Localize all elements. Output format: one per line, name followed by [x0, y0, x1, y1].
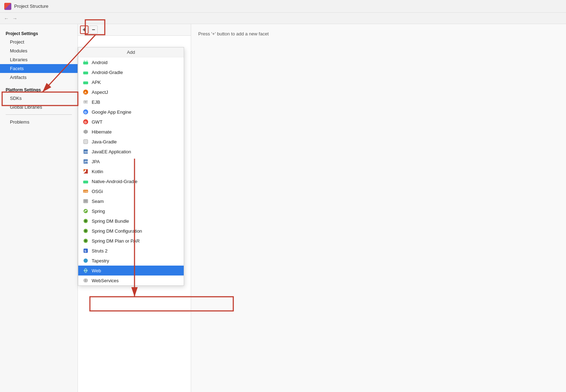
dropdown-item-spring-dm-bundle-label: Spring DM Bundle — [92, 218, 129, 224]
window-title: Project Structure — [14, 4, 48, 9]
dropdown-item-aspectj[interactable]: A AspectJ — [78, 87, 184, 97]
dropdown-item-gwt[interactable]: G GWT — [78, 117, 184, 127]
dropdown-item-hibernate-label: Hibernate — [92, 129, 112, 135]
svg-rect-0 — [83, 62, 88, 64]
dropdown-item-javaee[interactable]: JEE JavaEE Application — [78, 147, 184, 157]
dropdown-item-jpa-label: JPA — [92, 159, 100, 164]
javaee-icon: JEE — [82, 148, 89, 155]
add-facet-dropdown: Add Android Android-Gradle — [78, 47, 184, 286]
dropdown-item-seam-label: Seam — [92, 199, 104, 204]
sidebar-item-global-libraries[interactable]: Global Libraries — [0, 103, 78, 112]
project-settings-label: Project Settings — [0, 28, 78, 38]
dropdown-item-spring-dm-bundle[interactable]: Spring DM Bundle — [78, 216, 184, 226]
svg-point-29 — [84, 209, 88, 213]
svg-point-1 — [84, 61, 85, 62]
dropdown-item-hibernate[interactable]: Hibernate — [78, 127, 184, 137]
dropdown-item-native-android[interactable]: Native-Android-Gradle — [78, 176, 184, 186]
app-icon — [4, 3, 11, 10]
svg-text:JEE: JEE — [84, 151, 88, 153]
dropdown-item-osgi-label: OSGi — [92, 189, 103, 194]
dropdown-item-struts2[interactable]: S Struts 2 — [78, 246, 184, 256]
dropdown-item-spring-dm-plan[interactable]: Spring DM Plan or PAR — [78, 236, 184, 246]
dropdown-item-aspectj-label: AspectJ — [92, 90, 108, 95]
svg-point-31 — [85, 220, 87, 222]
dropdown-item-apk[interactable]: APK — [78, 77, 184, 87]
dropdown-item-struts2-label: Struts 2 — [92, 248, 108, 254]
spring-icon — [82, 208, 89, 214]
dropdown-item-java-gradle[interactable]: Java-Gradle — [78, 137, 184, 147]
dropdown-item-android[interactable]: Android — [78, 57, 184, 67]
facets-toolbar: + − — [78, 24, 191, 36]
apk-icon — [82, 79, 89, 85]
native-android-icon — [82, 178, 89, 184]
aspectj-icon: A — [82, 89, 89, 95]
svg-rect-16 — [84, 140, 88, 144]
dropdown-item-spring[interactable]: Spring — [78, 206, 184, 216]
remove-facet-button[interactable]: − — [89, 25, 98, 34]
dropdown-item-ejb[interactable]: EJB EJB — [78, 97, 184, 107]
dropdown-item-tapestry[interactable]: Tapestry — [78, 256, 184, 266]
sidebar-item-modules[interactable]: Modules — [0, 46, 78, 55]
gae-icon: G — [82, 109, 89, 115]
svg-text:EJB: EJB — [84, 101, 88, 103]
sidebar-item-project[interactable]: Project — [0, 38, 78, 46]
sidebar-item-problems[interactable]: Problems — [0, 118, 78, 126]
svg-line-3 — [84, 60, 85, 61]
ejb-icon: EJB — [82, 99, 89, 105]
svg-point-38 — [84, 259, 88, 263]
struts2-icon: S — [82, 248, 89, 254]
webservices-icon — [82, 277, 89, 284]
dropdown-item-spring-dm-config-label: Spring DM Configuration — [92, 228, 142, 234]
sidebar-item-libraries[interactable]: Libraries — [0, 55, 78, 64]
add-facet-button[interactable]: + — [80, 25, 88, 34]
svg-text:OSGi: OSGi — [84, 190, 88, 193]
facets-panel-inner: Add Android Android-Gradle — [78, 36, 191, 392]
svg-line-4 — [87, 60, 87, 61]
jpa-icon: JPA — [82, 158, 89, 165]
sidebar: Project Settings Project Modules Librari… — [0, 24, 78, 392]
svg-marker-15 — [84, 130, 88, 134]
dropdown-item-kotlin[interactable]: Kotlin — [78, 166, 184, 176]
dropdown-item-google-app-engine[interactable]: G Google App Engine — [78, 107, 184, 117]
dropdown-item-osgi[interactable]: OSGi OSGi — [78, 186, 184, 196]
seam-icon — [82, 198, 89, 204]
dropdown-item-android-gradle-label: Android-Gradle — [92, 70, 123, 75]
hibernate-icon — [82, 129, 89, 135]
android-icon — [82, 59, 89, 66]
svg-rect-6 — [83, 81, 88, 84]
sidebar-item-artifacts[interactable]: Artifacts — [0, 73, 78, 82]
svg-rect-5 — [83, 72, 88, 74]
dropdown-item-web[interactable]: Web — [78, 266, 184, 275]
spring-dm-config-icon — [82, 228, 89, 234]
dropdown-item-android-gradle[interactable]: Android-Gradle — [78, 67, 184, 77]
dropdown-item-kotlin-label: Kotlin — [92, 169, 103, 174]
svg-point-33 — [85, 230, 87, 232]
platform-settings-label: Platform Settings — [0, 85, 78, 94]
svg-text:JPA: JPA — [84, 160, 88, 163]
spring-dm-bundle-icon — [82, 218, 89, 224]
dropdown-item-spring-dm-config[interactable]: Spring DM Configuration — [78, 226, 184, 236]
forward-button[interactable]: → — [11, 15, 18, 22]
main-content: Press '+' button to add a new facet — [191, 24, 566, 392]
dropdown-item-tapestry-label: Tapestry — [92, 258, 109, 263]
dropdown-item-web-label: Web — [92, 268, 101, 273]
back-button[interactable]: ← — [3, 15, 10, 22]
dropdown-item-webservices[interactable]: WebServices — [78, 275, 184, 285]
dropdown-item-spring-label: Spring — [92, 209, 105, 214]
svg-text:G: G — [84, 110, 87, 114]
kotlin-icon — [82, 168, 89, 175]
dropdown-item-webservices-label: WebServices — [92, 278, 119, 283]
svg-text:G: G — [84, 120, 87, 124]
web-icon — [82, 267, 89, 274]
dropdown-item-jpa[interactable]: JPA JPA — [78, 157, 184, 166]
dropdown-item-gae-label: Google App Engine — [92, 109, 131, 115]
sidebar-item-sdks[interactable]: SDKs — [0, 94, 78, 103]
main-layout: ← → Project Settings Project Modules Lib… — [0, 13, 566, 392]
sidebar-item-facets[interactable]: Facets — [0, 64, 78, 73]
dropdown-item-javaee-label: JavaEE Application — [92, 149, 131, 154]
nav-bar: ← → — [0, 13, 566, 24]
content-area: Project Settings Project Modules Librari… — [0, 24, 566, 392]
svg-point-35 — [85, 240, 87, 242]
dropdown-item-java-gradle-label: Java-Gradle — [92, 139, 117, 144]
dropdown-item-seam[interactable]: Seam — [78, 196, 184, 206]
